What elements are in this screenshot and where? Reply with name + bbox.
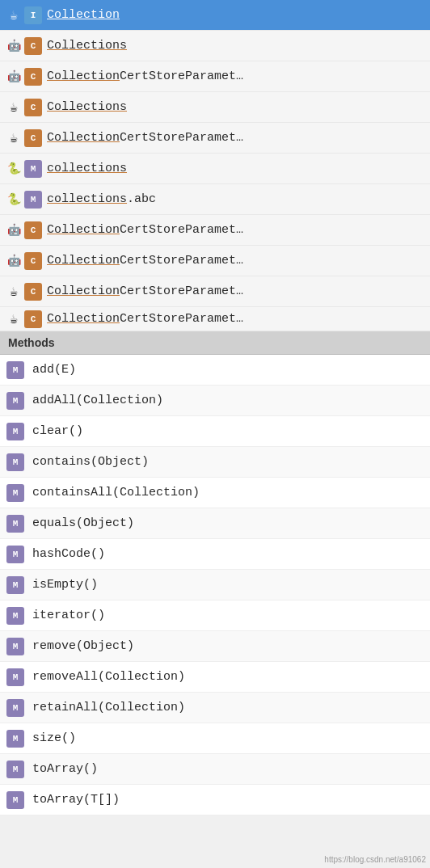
lang-icon-java — [5, 99, 23, 116]
watermark: https://blog.csdn.net/a91062 — [324, 855, 426, 864]
lang-icon-python — [5, 191, 23, 209]
lang-icon-android — [5, 68, 23, 86]
method-item[interactable]: M hashCode() — [0, 539, 430, 570]
list-item[interactable]: C Collections — [0, 92, 430, 123]
item-text: collections.abc — [47, 192, 156, 206]
completion-popup: I Collection C Collections C CollectionC… — [0, 0, 430, 815]
item-text: CollectionCertStoreParamet… — [47, 70, 243, 83]
method-item[interactable]: M size() — [0, 723, 430, 754]
method-item[interactable]: M toArray() — [0, 754, 430, 785]
type-icon-C: C — [24, 283, 42, 301]
type-icon-M: M — [24, 191, 42, 209]
type-icon-C: C — [24, 310, 42, 328]
method-item[interactable]: M removeAll(Collection) — [0, 662, 430, 693]
methods-section-header: Methods — [0, 331, 430, 355]
item-text: collections — [47, 162, 127, 175]
list-item-partial[interactable]: C CollectionCertStoreParamet… — [0, 307, 430, 331]
lang-icon-android — [5, 252, 23, 270]
method-type-icon: M — [6, 423, 24, 440]
method-name: size() — [32, 731, 76, 745]
method-type-icon: M — [6, 668, 24, 686]
method-type-icon: M — [6, 361, 24, 379]
list-item[interactable]: C Collections — [0, 31, 430, 61]
method-type-icon: M — [6, 730, 24, 748]
item-text: CollectionCertStoreParamet… — [47, 284, 243, 298]
list-item[interactable]: M collections.abc — [0, 184, 430, 215]
method-name: add(E) — [32, 363, 76, 377]
method-type-icon: M — [6, 699, 24, 717]
method-type-icon: M — [6, 453, 24, 471]
method-item[interactable]: M addAll(Collection) — [0, 386, 430, 416]
method-name: remove(Object) — [32, 639, 134, 653]
method-item[interactable]: M equals(Object) — [0, 508, 430, 539]
type-icon-M: M — [24, 160, 42, 178]
method-type-icon: M — [6, 392, 24, 410]
method-type-icon: M — [6, 638, 24, 655]
method-type-icon: M — [6, 515, 24, 533]
method-name: retainAll(Collection) — [32, 701, 185, 714]
method-item[interactable]: M remove(Object) — [0, 631, 430, 662]
method-item[interactable]: M containsAll(Collection) — [0, 478, 430, 508]
list-item[interactable]: C CollectionCertStoreParamet… — [0, 276, 430, 307]
item-text-selected: Collection — [47, 8, 120, 22]
method-name: equals(Object) — [32, 516, 134, 530]
type-icon-C: C — [24, 37, 42, 55]
type-icon-C: C — [24, 129, 42, 147]
lang-icon-android — [5, 221, 23, 239]
methods-list: M add(E) M addAll(Collection) M clear() … — [0, 355, 430, 815]
method-type-icon: M — [6, 576, 24, 594]
method-type-icon: M — [6, 484, 24, 502]
method-type-icon: M — [6, 791, 24, 809]
item-text: CollectionCertStoreParamet… — [47, 223, 243, 237]
method-type-icon: M — [6, 761, 24, 778]
method-name: containsAll(Collection) — [32, 486, 200, 499]
type-icon-C: C — [24, 99, 42, 116]
method-item[interactable]: M contains(Object) — [0, 447, 430, 478]
lang-icon-java — [5, 310, 23, 328]
method-name: iterator() — [32, 609, 105, 622]
item-text: CollectionCertStoreParamet… — [47, 312, 243, 326]
list-item[interactable]: C CollectionCertStoreParamet… — [0, 61, 430, 92]
lang-icon-java — [5, 6, 23, 24]
method-name: clear() — [32, 424, 83, 438]
item-text: CollectionCertStoreParamet… — [47, 131, 243, 145]
method-item[interactable]: M clear() — [0, 416, 430, 447]
method-item[interactable]: M toArray(T[]) — [0, 785, 430, 815]
method-item[interactable]: M add(E) — [0, 355, 430, 386]
method-type-icon: M — [6, 546, 24, 563]
lang-icon-android — [5, 37, 23, 55]
type-icon-C: C — [24, 68, 42, 86]
type-icon-C: C — [24, 221, 42, 239]
method-name: removeAll(Collection) — [32, 670, 185, 684]
method-item[interactable]: M iterator() — [0, 600, 430, 631]
method-name: hashCode() — [32, 547, 105, 561]
method-item[interactable]: M retainAll(Collection) — [0, 693, 430, 723]
method-type-icon: M — [6, 607, 24, 625]
method-item[interactable]: M isEmpty() — [0, 570, 430, 600]
list-item[interactable]: C CollectionCertStoreParamet… — [0, 246, 430, 276]
method-name: contains(Object) — [32, 455, 149, 469]
list-item[interactable]: M collections — [0, 154, 430, 184]
item-text: CollectionCertStoreParamet… — [47, 254, 243, 268]
method-name: toArray() — [32, 762, 98, 776]
selected-item[interactable]: I Collection — [0, 0, 430, 31]
method-name: addAll(Collection) — [32, 394, 163, 407]
lang-icon-java — [5, 283, 23, 301]
list-item[interactable]: C CollectionCertStoreParamet… — [0, 123, 430, 154]
lang-icon-python — [5, 160, 23, 178]
list-item[interactable]: C CollectionCertStoreParamet… — [0, 215, 430, 246]
method-name: toArray(T[]) — [32, 793, 120, 807]
item-text: Collections — [47, 100, 127, 114]
type-icon-C: C — [24, 252, 42, 270]
item-text: Collections — [47, 39, 127, 53]
method-name: isEmpty() — [32, 578, 98, 592]
lang-icon-java — [5, 129, 23, 147]
type-icon-I: I — [24, 6, 42, 24]
